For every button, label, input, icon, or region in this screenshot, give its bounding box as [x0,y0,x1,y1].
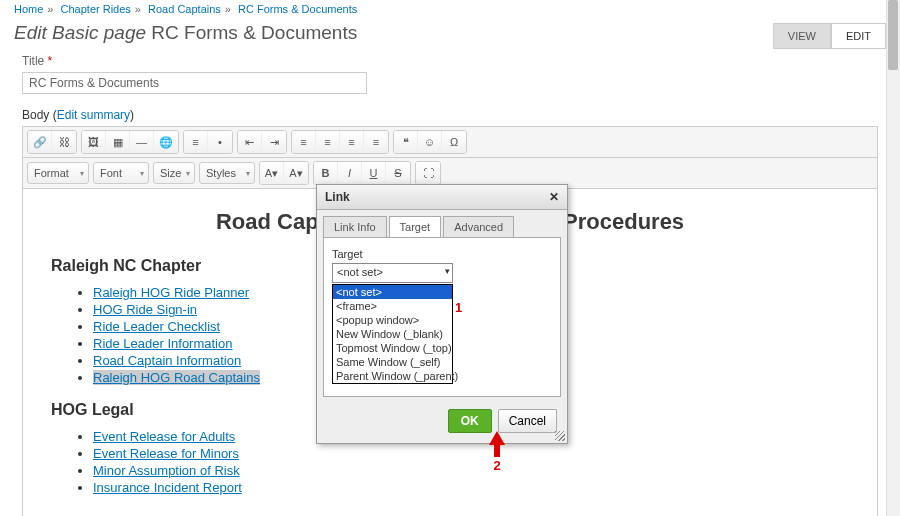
breadcrumb-item[interactable]: RC Forms & Documents [238,3,357,15]
bullet-list-icon[interactable]: • [208,131,232,153]
ok-button[interactable]: OK [448,409,492,433]
option-popup[interactable]: <popup window> [333,313,452,327]
tab-view[interactable]: VIEW [773,23,831,49]
list-item-selected[interactable]: Raleigh HOG Road Captains [93,370,260,385]
format-dropdown[interactable]: Format [27,162,89,184]
maximize-icon[interactable]: ⛶ [416,162,440,184]
strike-icon[interactable]: S [386,162,410,184]
bg-color-icon[interactable]: A▾ [284,162,308,184]
styles-dropdown[interactable]: Styles [199,162,255,184]
cancel-button[interactable]: Cancel [498,409,557,433]
align-center-icon[interactable]: ≡ [316,131,340,153]
breadcrumb-item[interactable]: Chapter Rides [61,3,131,15]
quote-icon[interactable]: ❝ [394,131,418,153]
globe-icon[interactable]: 🌐 [154,131,178,153]
align-right-icon[interactable]: ≡ [340,131,364,153]
body-label: Body (Edit summary) [22,108,878,122]
page-title: Edit Basic page RC Forms & Documents [14,22,357,44]
omega-icon[interactable]: Ω [442,131,466,153]
list-item[interactable]: Raleigh HOG Ride Planner [93,285,249,300]
list-item[interactable]: Road Captain Information [93,353,241,368]
option-same-window[interactable]: Same Window (_self) [333,355,452,369]
size-dropdown[interactable]: Size [153,162,195,184]
tab-edit[interactable]: EDIT [831,23,886,49]
numbered-list-icon[interactable]: ≡ [184,131,208,153]
list-item[interactable]: HOG Ride Sign-in [93,302,197,317]
link-icon[interactable]: 🔗 [28,131,52,153]
image-icon[interactable]: 🖼 [82,131,106,153]
underline-icon[interactable]: U [362,162,386,184]
target-label: Target [332,248,552,260]
indent-icon[interactable]: ⇥ [262,131,286,153]
page-tabs: VIEW EDIT [773,23,886,49]
list-item[interactable]: Ride Leader Checklist [93,319,220,334]
option-new-window[interactable]: New Window (_blank) [333,327,452,341]
resize-grip[interactable] [555,431,565,441]
italic-icon[interactable]: I [338,162,362,184]
chevron-down-icon: ▾ [445,266,450,276]
breadcrumb: Home» Chapter Rides» Road Captains» RC F… [14,0,886,18]
list-item[interactable]: Insurance Incident Report [93,480,242,495]
text-color-icon[interactable]: A▾ [260,162,284,184]
list-item[interactable]: Minor Assumption of Risk [93,463,240,478]
option-topmost[interactable]: Topmost Window (_top) [333,341,452,355]
list-item[interactable]: Event Release for Adults [93,429,235,444]
target-options: <not set> <frame> <popup window> New Win… [332,284,453,384]
tab-link-info[interactable]: Link Info [323,216,387,237]
smiley-icon[interactable]: ☺ [418,131,442,153]
scrollbar[interactable] [886,0,900,516]
align-left-icon[interactable]: ≡ [292,131,316,153]
unlink-icon[interactable]: ⛓ [52,131,76,153]
dialog-title: Link [325,190,350,204]
annotation-arrow-2: 2 [489,431,505,473]
list-item[interactable]: Event Release for Minors [93,446,239,461]
title-label: Title * [22,54,878,68]
link-dialog: Link ✕ Link Info Target Advanced Target … [316,184,568,444]
align-justify-icon[interactable]: ≡ [364,131,388,153]
close-icon[interactable]: ✕ [549,190,559,204]
option-not-set[interactable]: <not set> [333,285,452,299]
title-input[interactable] [22,72,367,94]
list-item[interactable]: Ride Leader Information [93,336,232,351]
table-icon[interactable]: ▦ [106,131,130,153]
font-dropdown[interactable]: Font [93,162,149,184]
bold-icon[interactable]: B [314,162,338,184]
tab-target[interactable]: Target [389,216,442,237]
scroll-thumb[interactable] [888,0,898,70]
hr-icon[interactable]: — [130,131,154,153]
edit-summary-link[interactable]: Edit summary [57,108,130,122]
option-frame[interactable]: <frame> [333,299,452,313]
breadcrumb-item[interactable]: Home [14,3,43,15]
option-parent[interactable]: Parent Window (_parent) [333,369,452,383]
target-select[interactable]: <not set> ▾ [332,263,453,283]
tab-advanced[interactable]: Advanced [443,216,514,237]
breadcrumb-item[interactable]: Road Captains [148,3,221,15]
outdent-icon[interactable]: ⇤ [238,131,262,153]
